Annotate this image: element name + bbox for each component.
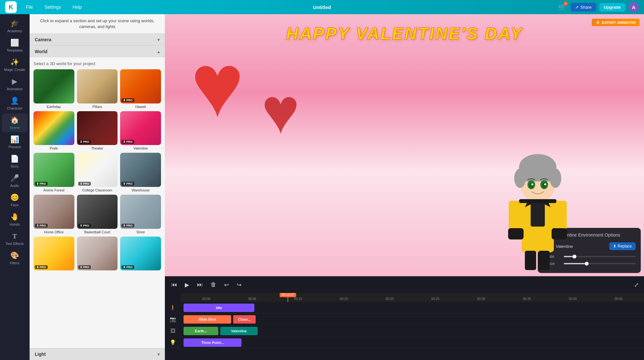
block-wide-shot[interactable]: Wide Shot [184,315,231,324]
pro-badge-icon-college: ⬇ [80,182,82,185]
animation-icon: ▶ [12,77,17,86]
nav-help[interactable]: Help [70,3,84,11]
sidebar-item-magic-create[interactable]: ✨ Magic Create [2,55,28,74]
sidebar-item-text-effects[interactable]: T Text Effects [2,229,28,248]
track-animation: Idle [181,302,644,314]
sidebar-label-face: Face [11,203,18,207]
top-nav: K File Settings Help Untitled 🛒 0 ↗ Shar… [0,0,644,14]
camera-section-header[interactable]: Camera ▾ [30,34,165,45]
world-label-college: College Classroom [82,188,112,192]
delete-button[interactable]: 🗑 [209,280,218,289]
world-item-warehouse[interactable]: ⬇ PRO Warehouse [120,153,161,192]
svg-rect-3 [531,201,545,227]
world-thumb-store: ⬇ PRO [120,195,161,229]
world-item-r2[interactable]: ⬇ PRO [77,237,118,272]
world-item-theater[interactable]: ⬇ PRO Theater [77,111,118,151]
world-label-valentine: Valentine [133,146,148,150]
sidebar-item-story[interactable]: 📄 Story [2,152,28,171]
resize-slider-thumb [585,262,589,266]
svg-point-20 [531,183,533,185]
timeline-area: ⏮ ▶ ⏭ 🗑 ↩ ↪ ⤢ 🚶 📷 🖼 💡 [165,276,644,360]
pro-badge-icon-homeofc: ⬇ [36,224,39,227]
svg-point-21 [544,183,546,185]
world-label-haweli: Haweli [135,105,146,109]
world-section-header[interactable]: World ▴ [30,45,165,57]
world-label-pride: Pride [50,146,58,150]
block-idle[interactable]: Idle [184,304,254,312]
nav-settings[interactable]: Settings [42,3,64,11]
pro-badge-college: ⬇ PRO [78,182,91,186]
scene-panel: Click to expand a section and set up you… [30,14,165,360]
sidebar-item-academy[interactable]: 🎓 Academy [2,17,28,35]
upgrade-button[interactable]: Upgrade [599,3,625,12]
sidebar-label-animation: Animation [7,87,23,91]
timeline-ruler: 00:00 00:05 00:10 00:15 00:20 00:25 00:3… [181,293,644,302]
world-item-bball[interactable]: ⬇ PRO Basketball Court [77,195,118,234]
track-world: Earth... Valentine [181,325,644,337]
replace-button[interactable]: ⬆ Replace [609,242,636,250]
expert-badge-text: EXPERT ANIMATOR [602,21,636,24]
world-item-store[interactable]: ⬇ PRO Store [120,195,161,234]
world-thumb-homeofc: ⬇ PRO [33,195,74,229]
sidebar-item-hands[interactable]: 🤚 Hands [2,210,28,229]
world-item-haweli[interactable]: ⬇ PRO Haweli [120,69,161,109]
timeline-playhead: 00:12:37 [288,293,288,302]
share-button[interactable]: ↗ Share [571,3,596,12]
undo-button[interactable]: ↩ [223,280,230,290]
pro-badge-icon-theater: ⬇ [80,140,82,143]
sidebar-item-audio[interactable]: 🎤 Audio [2,171,28,190]
block-close-shot[interactable]: Close... [233,315,256,324]
ruler-mark-45: 00:45 [596,297,641,301]
redo-button[interactable]: ↪ [235,280,243,290]
user-avatar[interactable]: A [629,2,639,12]
ruler-mark-30: 00:30 [458,297,504,301]
block-earth[interactable]: Earth... [184,327,218,335]
sidebar-item-animation[interactable]: ▶ Animation [2,75,28,93]
play-button[interactable]: ▶ [184,280,191,290]
pro-badge-theater: ⬇ PRO [78,140,91,144]
expand-timeline-button[interactable]: ⤢ [634,281,639,288]
block-valentine[interactable]: Valentine [220,327,258,335]
sidebar-item-templates[interactable]: ⬜ Templates [2,36,28,55]
skip-back-button[interactable]: ⏮ [170,280,178,289]
sidebar-item-face[interactable]: 😊 Face [2,191,28,209]
world-item-homeofc[interactable]: ⬇ PRO Home Office [33,195,74,234]
sidebar-item-character[interactable]: 👤 Character [2,94,28,113]
cart-button[interactable]: 🛒 0 [557,2,567,12]
world-item-pillars[interactable]: Pillars [77,69,118,109]
character-icon: 👤 [10,97,19,105]
track-light: Three Point... [181,337,644,348]
camera-label: Camera [35,37,51,42]
world-thumb-pride [33,111,74,145]
light-chevron-icon: ▾ [157,352,160,357]
nav-file[interactable]: File [23,3,36,11]
world-item-anime[interactable]: ⬇ PRO Anime Forest [33,153,74,192]
world-item-pride[interactable]: Pride [33,111,74,151]
character-svg [496,136,580,272]
world-thumb-r3: ⬇ PRO [120,237,161,271]
ruler-mark-20: 00:20 [367,297,412,301]
world-thumb-anime: ⬇ PRO [33,153,74,187]
character-preview [496,136,580,273]
playhead-time-marker: 00:12:37 [279,293,296,297]
expert-badge-icon: ⭐ [596,20,600,24]
skip-forward-button[interactable]: ⏭ [196,280,204,289]
light-section-header[interactable]: Light ▾ [30,348,165,360]
academy-icon: 🎓 [10,19,19,28]
world-item-r1[interactable]: ⬇ PRO [33,237,74,272]
pro-badge-icon-anime: ⬇ [36,182,39,185]
block-three-point[interactable]: Three Point... [184,338,242,347]
pro-badge-valentine: ⬇ PRO [121,140,134,144]
world-item-earthday[interactable]: Earthday [33,69,74,109]
sidebar-item-present[interactable]: 📊 Present [2,133,28,151]
world-item-r3[interactable]: ⬇ PRO [120,237,161,272]
sidebar-item-scene[interactable]: 🏠 Scene [2,113,28,132]
world-thumb-earthday [33,69,74,103]
world-thumb-valentine: ⬇ PRO [120,111,161,145]
world-item-valentine[interactable]: ⬇ PRO Valentine [120,111,161,151]
ruler-mark-15: 00:15 [321,297,367,301]
sidebar-item-filters[interactable]: 🎨 Filters [2,249,28,268]
camera-chevron-icon: ▾ [157,37,160,42]
world-item-college[interactable]: ⬇ PRO College Classroom [77,153,118,192]
hands-icon: 🤚 [10,213,19,221]
